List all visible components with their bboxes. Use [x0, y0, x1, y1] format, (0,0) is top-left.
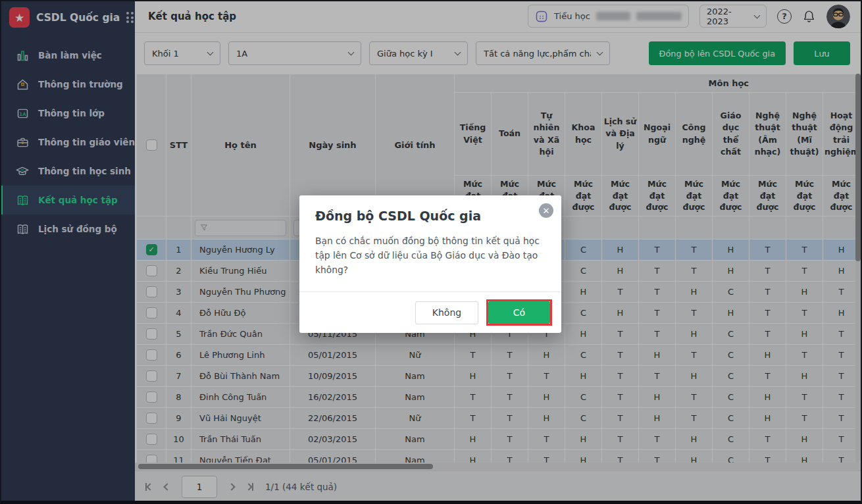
sync-confirmation-dialog: ✕ Đồng bộ CSDL Quốc gia Bạn có chắc muốn…	[299, 195, 561, 333]
cancel-button[interactable]: Không	[415, 301, 478, 324]
dialog-footer: Không Có	[299, 291, 561, 333]
close-icon[interactable]: ✕	[539, 203, 553, 218]
confirm-button[interactable]: Có	[488, 301, 550, 324]
confirm-highlight-annotation: Có	[486, 299, 552, 326]
dialog-message: Bạn có chắc muốn đồng bộ thông tin kết q…	[299, 227, 561, 291]
dialog-title: Đồng bộ CSDL Quốc gia	[299, 195, 561, 227]
